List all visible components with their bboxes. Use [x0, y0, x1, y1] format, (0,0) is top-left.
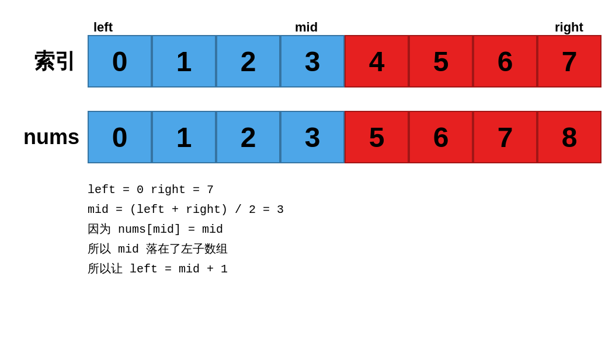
index-cell-7: 7 [537, 35, 601, 88]
index-cell-4: 4 [345, 35, 409, 88]
nums-row-label: nums [23, 125, 76, 149]
index-cells: 01234567 [88, 35, 601, 88]
desc-line-3: 所以 mid 落在了左子数组 [88, 240, 582, 259]
nums-cell-3: 3 [280, 111, 345, 163]
index-cell-1: 1 [152, 35, 216, 88]
pointer-labels-row: left mid right [88, 12, 601, 35]
index-row: 索引 01234567 [23, 35, 582, 88]
right-pointer-label: right [555, 20, 583, 35]
index-cell-3: 3 [280, 35, 345, 88]
mid-pointer-label: mid [295, 20, 318, 35]
nums-cell-0: 0 [88, 111, 152, 163]
nums-cell-4: 5 [345, 111, 409, 163]
index-row-label: 索引 [23, 47, 76, 76]
nums-cell-7: 8 [537, 111, 601, 163]
index-cell-2: 2 [216, 35, 280, 88]
index-cell-5: 5 [409, 35, 473, 88]
left-pointer-label: left [93, 20, 113, 35]
desc-line-2: 因为 nums[mid] = mid [88, 220, 582, 239]
index-cell-6: 6 [473, 35, 537, 88]
nums-cell-2: 2 [216, 111, 280, 163]
nums-cells: 01235678 [88, 111, 601, 163]
nums-cell-1: 1 [152, 111, 216, 163]
desc-line-1: mid = (left + right) / 2 = 3 [88, 201, 582, 219]
description-block: left = 0 right = 7mid = (left + right) /… [88, 181, 582, 279]
nums-cell-5: 6 [409, 111, 473, 163]
nums-cell-6: 7 [473, 111, 537, 163]
nums-row: nums 01235678 [23, 111, 582, 163]
index-cell-0: 0 [88, 35, 152, 88]
desc-line-4: 所以让 left = mid + 1 [88, 260, 582, 279]
main-container: left mid right 索引 01234567 nums 01235678… [0, 0, 605, 290]
desc-line-0: left = 0 right = 7 [88, 181, 582, 200]
